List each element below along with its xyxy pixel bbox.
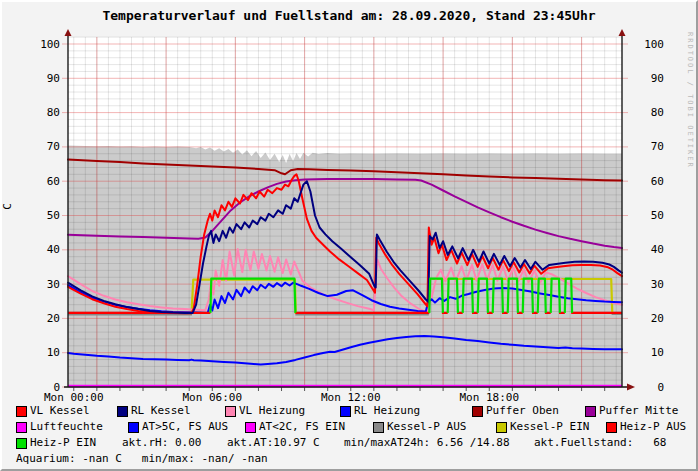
legend-row: Heiz-P EINakt.rH: 0.00akt.AT:10.97 Cmin/… [2, 437, 698, 451]
y-tick-label-left: 60 [22, 175, 60, 188]
legend-label: Kessel-P EIN [510, 421, 589, 433]
y-tick-label-left: 80 [22, 106, 60, 119]
legend-label: akt.rH: 0.00 [122, 437, 201, 449]
legend-swatch [340, 406, 351, 417]
y-tick-label-left: 10 [22, 346, 60, 359]
y-axis-arrow-right [619, 29, 626, 36]
legend-label: RL Kessel [131, 405, 191, 417]
y-tick-label-right: 90 [628, 72, 664, 85]
legend-swatch [225, 406, 236, 417]
legend-label: VL Kessel [30, 405, 90, 417]
legend-label: Luftfeuchte [30, 421, 103, 433]
legend-label: Aquarium: -nan C min/max: -nan/ -nan [16, 453, 268, 465]
legend-label: min/maxAT24h: 6.56 /14.88 [344, 437, 510, 449]
legend-label: VL Heizung [239, 405, 305, 417]
y-axis-arrow-left [65, 29, 72, 36]
legend-swatch [472, 406, 483, 417]
legend-label: AT>5C, FS AUS [142, 421, 228, 433]
legend-label: akt.AT:10.97 C [227, 437, 320, 449]
legend-row: Aquarium: -nan C min/max: -nan/ -nan [2, 453, 698, 467]
legend-swatch [117, 406, 128, 417]
y-tick-label-left: 90 [22, 72, 60, 85]
legend-row: VL KesselRL KesselVL HeizungRL HeizungPu… [2, 405, 698, 419]
legend-swatch [16, 438, 27, 449]
y-tick-label-left: 100 [22, 38, 60, 51]
x-tick-label: Mon 06:00 [167, 391, 257, 404]
y-tick-label-right: 100 [628, 38, 664, 51]
legend-label: Puffer Mitte [599, 405, 678, 417]
legend-swatch [606, 422, 617, 433]
legend-swatch [128, 422, 139, 433]
legend-label: akt.Fuellstand: 68 [534, 437, 666, 449]
legend-label: Kessel-P AUS [387, 421, 466, 433]
legend-swatch [16, 422, 27, 433]
rrd-graph: Temperaturverlauf und Fuellstand am: 28.… [0, 0, 698, 471]
legend-swatch [373, 422, 384, 433]
legend-label: Heiz-P AUS [620, 421, 686, 433]
y-tick-label-left: 50 [22, 209, 60, 222]
y-tick-label-right: 20 [628, 312, 664, 325]
x-tick-label: Mon 12:00 [306, 391, 396, 404]
y-tick-label-left: 30 [22, 278, 60, 291]
legend-swatch [496, 422, 507, 433]
y-tick-label-right: 0 [628, 381, 664, 394]
y-tick-label-right: 70 [628, 140, 664, 153]
x-tick-label: Mon 00:00 [29, 391, 119, 404]
legend-label: AT<2C, FS EIN [259, 421, 345, 433]
legend-swatch [585, 406, 596, 417]
y-tick-label-left: 40 [22, 243, 60, 256]
y-tick-label-left: 20 [22, 312, 60, 325]
legend-swatch [16, 406, 27, 417]
y-tick-label-right: 80 [628, 106, 664, 119]
legend-label: Puffer Oben [486, 405, 559, 417]
y-tick-label-right: 10 [628, 346, 664, 359]
x-tick-label: Mon 18:00 [444, 391, 534, 404]
y-tick-label-right: 40 [628, 243, 664, 256]
y-tick-label-right: 60 [628, 175, 664, 188]
legend-swatch [245, 422, 256, 433]
y-tick-label-left: 70 [22, 140, 60, 153]
legend-row: LuftfeuchteAT>5C, FS AUSAT<2C, FS EINKes… [2, 421, 698, 435]
legend-label: RL Heizung [354, 405, 420, 417]
y-tick-label-right: 30 [628, 278, 664, 291]
legend-label: Heiz-P EIN [30, 437, 96, 449]
y-tick-label-right: 50 [628, 209, 664, 222]
